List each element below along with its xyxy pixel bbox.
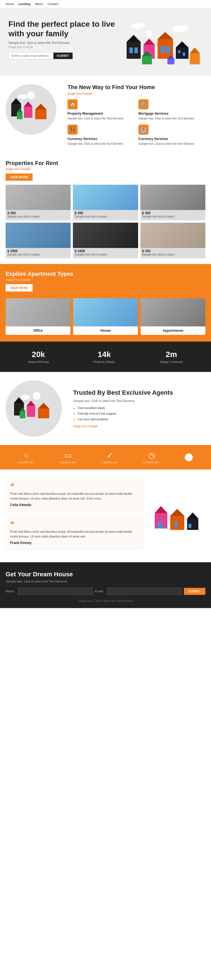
- currency-services-icon-1: 💱: [67, 124, 78, 135]
- service-item-0: 🏠 Property Management Sample text. Click…: [67, 99, 134, 121]
- svg-rect-19: [168, 59, 174, 64]
- svg-marker-8: [158, 32, 173, 39]
- property-info-1: $ 350 Sample text click to select: [73, 210, 138, 220]
- svg-point-35: [27, 91, 35, 99]
- company-logo-0: ○ COMPANY: [18, 451, 35, 464]
- service-item-3: 🏦 Currency Services Sample text. Click t…: [138, 124, 205, 146]
- dream-submit-button[interactable]: SUBMIT: [184, 588, 205, 595]
- svg-rect-0: [126, 42, 141, 59]
- explore-image-from: Image from Freepik: [6, 278, 205, 282]
- trusted-bullet-1: Friendly host & Fast support: [78, 411, 205, 417]
- stats-section: 20k Award Winning 14k Property Ready 2m …: [0, 342, 211, 372]
- list-item[interactable]: Appartments: [141, 298, 205, 335]
- svg-rect-33: [17, 112, 22, 119]
- hero-title: Find the perfect place to live with your…: [8, 19, 124, 38]
- dream-name-input[interactable]: [18, 587, 93, 595]
- property-desc-1: Sample text click to select: [75, 215, 136, 218]
- nav-contact[interactable]: Contact: [48, 2, 58, 6]
- svg-point-45: [33, 392, 40, 400]
- new-way-title: The New Way to Find Your Home: [67, 84, 205, 91]
- apartment-label-office: Office: [6, 326, 70, 335]
- property-image-4: [73, 223, 138, 248]
- svg-marker-48: [155, 506, 168, 513]
- list-item[interactable]: House: [73, 298, 138, 335]
- hero-submit-button[interactable]: SUBMIT: [53, 52, 73, 59]
- svg-point-22: [180, 25, 189, 31]
- svg-rect-29: [24, 107, 32, 118]
- property-price-5: $ 150: [142, 249, 204, 253]
- quote-mark-1: ❝: [10, 520, 139, 528]
- dream-email-input[interactable]: [107, 587, 181, 595]
- dream-sample-text: Sample text. Click to select the Text El…: [6, 580, 205, 583]
- testimonials-list: ❝ Proin sed libero enim sed faucibus tur…: [6, 478, 144, 554]
- properties-title: Properties For Rent: [6, 160, 205, 166]
- properties-view-more-button[interactable]: VIEW MORE: [6, 173, 33, 181]
- svg-point-6: [146, 30, 152, 37]
- testimonials-section: ❝ Proin sed libero enim sed faucibus tur…: [0, 469, 211, 562]
- service-desc-0: Sample text. Click to select the Text El…: [67, 117, 134, 121]
- service-item-1: ⚙️ Mortgage Services Sample text. Click …: [138, 99, 205, 121]
- svg-marker-12: [176, 41, 189, 48]
- testimonial-card-1: ❝ Proin sed libero enim sed faucibus tur…: [6, 516, 144, 549]
- trusted-image-from: Image from Freepik: [73, 425, 205, 428]
- service-title-3: Currency Services: [138, 137, 205, 141]
- svg-rect-39: [27, 406, 35, 417]
- stat-property: 14k Property Ready: [93, 350, 115, 363]
- property-price-4: $ 1650: [75, 249, 136, 253]
- company-icon-0: ○: [24, 451, 29, 460]
- trusted-desc: Sample text. Click to select the Text El…: [73, 399, 205, 402]
- apartment-image-office: [6, 298, 70, 326]
- dream-email-label: Email:: [95, 590, 104, 593]
- company-logo-3: ◷ COMPANY: [143, 451, 160, 464]
- svg-rect-13: [183, 52, 185, 56]
- property-price-2: $ 350: [142, 211, 204, 215]
- hero-email-input[interactable]: [8, 52, 53, 59]
- property-desc-0: Sample text click to select: [7, 215, 69, 218]
- list-item[interactable]: Office: [6, 298, 70, 335]
- currency-services-icon-2: 🏦: [138, 124, 149, 135]
- nav-about[interactable]: About: [35, 2, 43, 6]
- trusted-content: Trusted By Best Exclusive Agents Sample …: [73, 389, 205, 428]
- svg-point-57: [161, 500, 171, 506]
- svg-marker-30: [24, 102, 32, 107]
- dream-name-label: Name:: [6, 590, 14, 593]
- properties-grid: $ 250 Sample text click to select $ 350 …: [6, 185, 205, 258]
- svg-rect-31: [35, 109, 46, 119]
- property-price-1: $ 350: [75, 211, 136, 215]
- new-way-image: [6, 84, 62, 135]
- property-price-0: $ 250: [7, 211, 69, 215]
- new-way-content: The New Way to Find Your Home Image from…: [67, 84, 205, 146]
- hero-svg-illustration: [124, 19, 203, 76]
- stat-award-label: Award Winning: [28, 360, 49, 363]
- property-info-3: $ 2500 Sample text click to select: [6, 248, 70, 258]
- svg-marker-40: [27, 401, 35, 406]
- table-row: $ 2500 Sample text click to select: [6, 223, 70, 258]
- table-row: $ 1650 Sample text click to select: [73, 223, 138, 258]
- svg-rect-17: [190, 53, 200, 64]
- testimonial-text-0: Proin sed libero enim sed faucibus turpi…: [10, 492, 139, 501]
- svg-point-23: [172, 26, 180, 31]
- testimonial-card-0: ❝ Proin sed libero enim sed faucibus tur…: [6, 478, 144, 511]
- new-way-image-from: Image from Freepik: [67, 92, 205, 95]
- table-row: $ 250 Sample text click to select: [6, 185, 70, 220]
- nav-home[interactable]: Home: [6, 2, 14, 6]
- companies-next-button[interactable]: ›: [185, 453, 193, 461]
- property-management-icon: 🏠: [67, 99, 78, 109]
- property-desc-3: Sample text click to select: [7, 253, 69, 256]
- apartment-image-appartments: [141, 298, 205, 326]
- stat-customer: 2m Happy Customer: [160, 350, 183, 363]
- dream-section: Get Your Dream House Sample text. Click …: [0, 562, 211, 608]
- svg-marker-1: [126, 35, 141, 42]
- property-info-0: $ 250 Sample text click to select: [6, 210, 70, 220]
- apartment-label-house: House: [73, 326, 138, 335]
- hero-sample-text: Sample text. Click to select the Text El…: [8, 41, 124, 45]
- stat-customer-number: 2m: [160, 350, 183, 359]
- explore-view-more-button[interactable]: VIEW MORE: [6, 284, 33, 291]
- apartment-image-house: [73, 298, 138, 326]
- company-label-3: COMPANY: [143, 461, 160, 464]
- nav-landing[interactable]: Landing: [18, 2, 30, 6]
- table-row: $ 150 Sample text click to select: [141, 223, 205, 258]
- hero-email-form: SUBMIT: [8, 52, 124, 59]
- svg-rect-2: [129, 48, 133, 53]
- hero-content: Find the perfect place to live with your…: [8, 19, 124, 70]
